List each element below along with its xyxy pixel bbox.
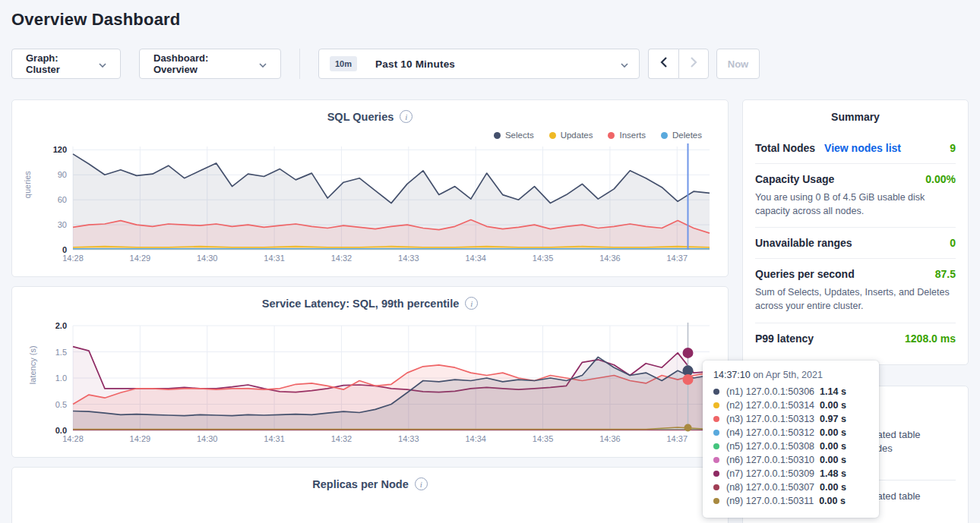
legend-item-selects: Selects <box>494 129 534 141</box>
tooltip-row-n7: (n7) 127.0.0.1:503091.48 s <box>713 467 868 480</box>
info-icon[interactable]: i <box>415 477 428 490</box>
graph-dropdown-label: Graph: Cluster <box>26 52 91 75</box>
svg-text:14:33: 14:33 <box>398 254 419 263</box>
node-dot-icon <box>713 402 719 408</box>
unavailable-ranges-value: 0 <box>950 237 956 249</box>
svg-text:60: 60 <box>58 195 67 204</box>
capacity-usage-value: 0.00% <box>925 173 956 185</box>
svg-text:1.0: 1.0 <box>55 373 67 383</box>
dashboard-dropdown-label: Dashboard: Overview <box>153 52 251 75</box>
node-address: (n2) 127.0.0.1:50314 <box>726 400 814 411</box>
tooltip-row-n8: (n8) 127.0.0.1:503070.00 s <box>713 480 868 494</box>
dashboard-dropdown[interactable]: Dashboard: Overview <box>139 49 281 79</box>
replicas-per-node-card: Replicas per Node i <box>11 467 729 523</box>
svg-text:1.5: 1.5 <box>55 348 67 357</box>
node-dot-icon <box>713 484 719 490</box>
svg-text:30: 30 <box>58 220 67 229</box>
legend-label: Inserts <box>619 131 646 140</box>
node-latency-value: 0.97 s <box>820 414 846 424</box>
node-latency-value: 0.00 s <box>820 482 846 493</box>
time-range-select[interactable]: 10m Past 10 Minutes <box>318 49 640 79</box>
page-title: Overview Dashboard <box>0 0 980 30</box>
legend-item-deletes: Deletes <box>661 129 702 141</box>
previous-time-button[interactable] <box>648 49 678 79</box>
chevron-down-icon <box>259 58 267 70</box>
svg-text:0: 0 <box>62 245 67 254</box>
tooltip-row-n5: (n5) 127.0.0.1:503080.00 s <box>713 440 868 453</box>
tooltip-row-n9: (n9) 127.0.0.1:503110.00 s <box>713 494 868 508</box>
p99-latency-value: 1208.0 ms <box>905 332 956 345</box>
node-dot-icon <box>713 416 719 422</box>
node-latency-value: 1.14 s <box>820 386 846 397</box>
queries-per-second-description: Sum of Selects, Updates, Inserts, and De… <box>755 285 956 313</box>
svg-text:14:28: 14:28 <box>62 434 84 443</box>
svg-text:0.0: 0.0 <box>55 426 67 435</box>
node-address: (n3) 127.0.0.1:50313 <box>726 414 814 424</box>
legend-dot-icon <box>549 132 556 139</box>
tooltip-timestamp: 14:37:10 on Apr 5th, 2021 <box>713 370 868 385</box>
capacity-usage-label: Capacity Usage <box>755 173 834 185</box>
charts-column: SQL Queries i Selects Updates Inserts De… <box>11 99 729 523</box>
svg-text:14:28: 14:28 <box>62 254 84 263</box>
summary-heading: Summary <box>755 111 956 133</box>
replicas-per-node-title-text: Replicas per Node <box>312 478 409 490</box>
tooltip-row-n3: (n3) 127.0.0.1:503130.97 s <box>713 412 868 426</box>
svg-text:14:31: 14:31 <box>264 434 285 443</box>
replicas-per-node-title: Replicas per Node i <box>24 477 716 490</box>
svg-text:14:34: 14:34 <box>465 254 486 263</box>
total-nodes-label: Total Nodes <box>755 142 815 154</box>
capacity-usage-description: You are using 0 B of 4.5 GiB usable disk… <box>755 191 956 218</box>
unavailable-ranges-label: Unavailable ranges <box>755 237 852 249</box>
p99-latency-label: P99 latency <box>755 332 814 345</box>
node-address: (n4) 127.0.0.1:50312 <box>726 427 814 438</box>
svg-text:14:29: 14:29 <box>130 434 151 443</box>
tooltip-time: 14:37:10 <box>713 370 751 380</box>
legend-dot-icon <box>661 132 668 139</box>
svg-text:14:29: 14:29 <box>130 254 151 263</box>
svg-text:14:37: 14:37 <box>666 254 688 263</box>
sql-queries-chart[interactable]: 14:2814:2914:3014:3114:3214:3314:3414:35… <box>24 141 716 266</box>
node-address: (n7) 127.0.0.1:50309 <box>726 468 814 479</box>
node-latency-value: 1.48 s <box>820 468 846 479</box>
svg-text:120: 120 <box>53 145 67 154</box>
sql-queries-legend: Selects Updates Inserts Deletes <box>24 129 702 141</box>
node-dot-icon <box>713 471 719 477</box>
time-range-label: Past 10 Minutes <box>375 58 455 70</box>
now-button-disabled[interactable]: Now <box>716 49 760 79</box>
legend-item-inserts: Inserts <box>608 129 646 141</box>
sql-queries-title-text: SQL Queries <box>327 111 394 123</box>
queries-per-second-label: Queries per second <box>755 268 855 280</box>
chart-hover-tooltip: 14:37:10 on Apr 5th, 2021 (n1) 127.0.0.1… <box>703 361 879 518</box>
summary-row-p99: P99 latency 1208.0 ms <box>755 323 956 354</box>
node-dot-icon <box>713 430 719 436</box>
tooltip-row-n4: (n4) 127.0.0.1:503120.00 s <box>713 426 868 440</box>
info-icon[interactable]: i <box>400 110 413 123</box>
svg-text:14:35: 14:35 <box>533 434 554 443</box>
node-address: (n8) 127.0.0.1:50307 <box>726 482 814 493</box>
service-latency-chart[interactable]: 14:2814:2914:3014:3114:3214:3314:3414:35… <box>24 320 716 446</box>
tooltip-date: on Apr 5th, 2021 <box>751 370 823 380</box>
node-address: (n1) 127.0.0.1:50306 <box>726 386 814 397</box>
view-nodes-list-link[interactable]: View nodes list <box>824 142 901 154</box>
svg-text:14:36: 14:36 <box>599 254 621 263</box>
legend-label: Selects <box>505 131 534 140</box>
node-latency-value: 0.00 s <box>820 400 846 411</box>
legend-dot-icon <box>494 132 501 139</box>
svg-text:14:36: 14:36 <box>599 434 621 443</box>
service-latency-card: Service Latency: SQL, 99th percentile i … <box>11 286 729 458</box>
svg-text:14:31: 14:31 <box>264 254 285 263</box>
node-latency-value: 0.00 s <box>820 441 846 452</box>
info-icon[interactable]: i <box>465 297 478 310</box>
summary-row-total-nodes: Total Nodes View nodes list 9 <box>755 133 956 163</box>
time-range-badge: 10m <box>330 56 357 71</box>
svg-text:14:32: 14:32 <box>331 254 352 263</box>
graph-dropdown[interactable]: Graph: Cluster <box>11 49 121 79</box>
node-latency-value: 0.00 s <box>820 455 846 465</box>
svg-text:14:33: 14:33 <box>398 434 419 443</box>
node-dot-icon <box>713 457 719 463</box>
node-latency-value: 0.00 s <box>820 427 846 438</box>
next-time-button-disabled[interactable] <box>678 49 709 79</box>
sql-queries-card: SQL Queries i Selects Updates Inserts De… <box>11 99 729 277</box>
sql-queries-title: SQL Queries i <box>24 110 716 123</box>
svg-text:90: 90 <box>58 170 67 179</box>
